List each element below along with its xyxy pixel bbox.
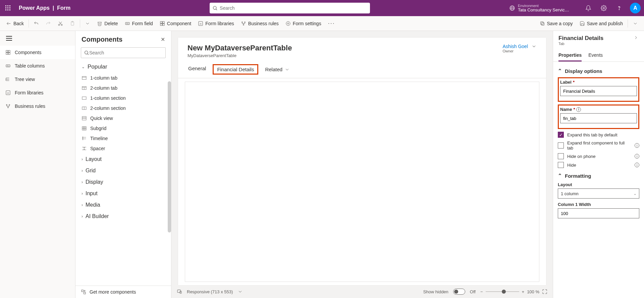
col1-width-input[interactable] [558, 208, 639, 218]
group-grid[interactable]: ›Grid [75, 165, 171, 176]
svg-point-14 [603, 7, 605, 9]
user-avatar[interactable]: A [630, 3, 641, 13]
svg-line-50 [88, 54, 89, 55]
paste-button[interactable] [66, 17, 78, 30]
global-search[interactable] [210, 3, 370, 13]
chevron-right-icon[interactable] [633, 35, 639, 40]
group-input[interactable]: ›Input [75, 188, 171, 199]
notifications-button[interactable] [582, 0, 595, 16]
components-search-input[interactable] [89, 50, 163, 55]
form-title: New MyDataverseParentTable [187, 44, 292, 52]
comp-spacer[interactable]: Spacer [75, 143, 171, 154]
info-icon[interactable]: i [576, 107, 581, 112]
svg-point-35 [286, 22, 290, 26]
checkbox-icon [558, 142, 564, 148]
comp-1col-tab[interactable]: 1-column tab [75, 73, 171, 83]
global-search-input[interactable] [220, 5, 367, 11]
scrollbar[interactable] [168, 81, 171, 232]
svg-rect-8 [9, 9, 10, 10]
comp-2col-section[interactable]: 2-column section [75, 103, 171, 113]
save-copy-button[interactable]: Save a copy [536, 17, 576, 30]
owner-picker[interactable]: Ashish Goel [503, 44, 537, 49]
comp-timeline[interactable]: Timeline [75, 133, 171, 143]
responsive-icon [177, 289, 182, 294]
overflow-menu[interactable]: ··· [325, 20, 338, 27]
show-hidden-label: Show hidden [423, 289, 448, 294]
help-button[interactable] [612, 0, 626, 16]
info-icon[interactable]: i [635, 154, 639, 159]
app-launcher-icon[interactable] [0, 0, 16, 16]
svg-point-46 [6, 104, 7, 105]
nav-table-columns[interactable]: AbcTable columns [0, 59, 75, 73]
group-ai-builder[interactable]: ›AI Builder [75, 211, 171, 222]
nav-components[interactable]: Components [0, 46, 75, 59]
group-popular[interactable]: ⌄Popular [75, 61, 171, 73]
settings-icon [285, 21, 291, 26]
back-button[interactable]: Back [3, 17, 27, 30]
svg-point-49 [85, 51, 88, 54]
group-layout[interactable]: ›Layout [75, 154, 171, 165]
group-media[interactable]: ›Media [75, 199, 171, 211]
settings-button[interactable] [597, 0, 610, 16]
component-button[interactable]: Component [156, 17, 195, 30]
subgrid-icon [82, 126, 87, 131]
svg-line-19 [59, 22, 62, 24]
properties-title: Financial Details [558, 35, 603, 42]
form-field-button[interactable]: AbcForm field [121, 17, 156, 30]
close-components-button[interactable]: ✕ [161, 36, 165, 43]
name-input[interactable] [560, 113, 637, 123]
cut-button[interactable] [54, 17, 66, 30]
chevron-down-icon[interactable] [237, 289, 243, 294]
form-settings-button[interactable]: Form settings [282, 17, 325, 30]
tab-financial-details[interactable]: Financial Details [213, 64, 258, 75]
form-body[interactable] [185, 82, 539, 282]
get-more-components[interactable]: Get more components [75, 286, 171, 298]
business-rules-button[interactable]: Business rules [237, 17, 282, 30]
nav-business-rules[interactable]: Business rules [0, 99, 75, 113]
zoom-slider[interactable] [486, 291, 519, 292]
globe-icon [509, 5, 515, 11]
redo-button[interactable] [42, 17, 54, 30]
checkbox-hide[interactable]: Hide i [558, 162, 639, 168]
svg-text:Abc: Abc [126, 23, 129, 25]
flow-icon [5, 103, 11, 109]
delete-button[interactable]: Delete [94, 17, 121, 30]
properties-tab[interactable]: Properties [558, 50, 582, 61]
info-icon[interactable]: i [635, 143, 639, 148]
nav-tree-view[interactable]: Tree view [0, 73, 75, 86]
svg-text:JS: JS [7, 92, 9, 94]
svg-rect-51 [82, 76, 86, 79]
nav-toggle[interactable] [0, 31, 75, 46]
undo-button[interactable] [30, 17, 42, 30]
fit-icon[interactable] [542, 289, 547, 294]
checkbox-expand-default[interactable]: ✓ Expand this tab by default [558, 132, 639, 138]
save-publish-button[interactable]: Save and publish [576, 17, 626, 30]
tab-general[interactable]: General [187, 64, 207, 75]
paste-dropdown[interactable] [82, 17, 94, 30]
js-icon: JS [5, 90, 11, 95]
zoom-in-button[interactable]: + [522, 289, 525, 294]
environment-picker[interactable]: Environment Tata Consultancy Servic… [509, 4, 580, 12]
save-dropdown[interactable] [629, 17, 641, 30]
comp-1col-section[interactable]: 1-column section [75, 93, 171, 103]
cut-icon [58, 21, 63, 26]
events-tab[interactable]: Events [588, 50, 603, 61]
checkbox-hide-phone[interactable]: Hide on phone i [558, 153, 639, 159]
layout-select[interactable]: 1 column⌄ [558, 188, 639, 199]
components-search[interactable] [81, 47, 166, 58]
comp-subgrid[interactable]: Subgrid [75, 123, 171, 133]
checkbox-expand-first[interactable]: Expand first component to full tab i [558, 140, 639, 151]
tab-related[interactable]: Related [264, 64, 290, 75]
section-formatting[interactable]: ⌃Formatting [558, 173, 639, 179]
group-display[interactable]: ›Display [75, 176, 171, 188]
section-display-options[interactable]: ⌃Display options [558, 68, 639, 74]
comp-2col-tab[interactable]: 2-column tab [75, 83, 171, 93]
show-hidden-toggle[interactable] [453, 289, 465, 295]
svg-rect-5 [9, 7, 10, 8]
comp-quick-view[interactable]: Quick view [75, 113, 171, 123]
info-icon[interactable]: i [635, 163, 639, 167]
label-input[interactable] [560, 86, 637, 96]
form-libraries-button[interactable]: JSForm libraries [195, 17, 237, 30]
zoom-out-button[interactable]: − [480, 289, 483, 294]
nav-form-libraries[interactable]: JSForm libraries [0, 86, 75, 99]
